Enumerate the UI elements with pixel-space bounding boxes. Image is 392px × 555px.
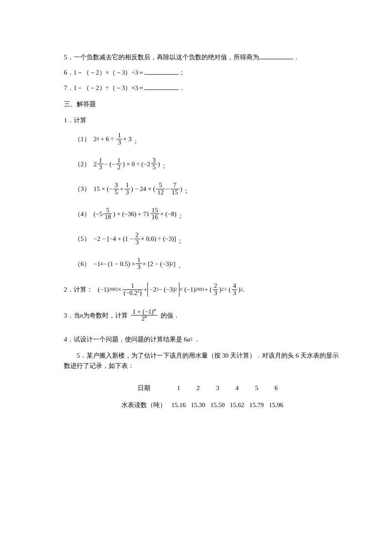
problem-2: 2．计算： (−1)2002 × 1(−0.22) + −22 − (−3)2 …: [64, 283, 341, 297]
table-cell: 15.79: [247, 396, 266, 413]
problem-5: 5．某户搬入新楼，为了估计一下该月的用水量（按 30 天计算）．对该月的头 6 …: [64, 350, 341, 371]
item-number: （6）: [74, 259, 90, 269]
q6-prefix: 6．1－（－2）×（－3）÷3＝: [64, 67, 144, 78]
q7-prefix: 7．1－（－2）÷（－3）×3＝: [64, 83, 144, 93]
p3-suffix: 的值．: [161, 310, 180, 321]
variable-a: a: [187, 334, 190, 344]
p3-prefix: 3．当: [64, 310, 80, 321]
problem-1-5: （5） −2 − [−4 + (1 − 23 × 0.6) ÷ (−3)] ；: [64, 232, 341, 246]
problem-1-4: （4） (−5518) × (−36) + 711516 × (−8) ；: [64, 207, 341, 221]
table-cell: 15.16: [169, 396, 188, 413]
table-cell: 6: [266, 379, 286, 396]
answer-blank[interactable]: [144, 68, 179, 75]
water-meter-table: 日期 1 2 3 4 5 6 水表读数（吨） 15.16 15.30 15.50…: [119, 379, 286, 413]
variable-n: n: [80, 310, 84, 321]
problem-1-6: （6） −14 − (1 − 0.5) × 13 × [2 − (−3)2] ．: [64, 257, 341, 271]
expression: −2 − [−4 + (1 − 23 × 0.6) ÷ (−3)]: [94, 232, 176, 246]
table-cell: 4: [228, 379, 247, 396]
problem-1-heading: 1．计算: [64, 115, 341, 125]
p4-suffix: ．: [194, 336, 200, 343]
question-5: 5．一个负数减去它的相反数后，再除以这个负数的绝对值，所得商为 ．: [64, 52, 341, 62]
item-number: （5）: [74, 234, 90, 244]
table-cell: 15.62: [228, 396, 247, 413]
document-page: 5．一个负数减去它的相反数后，再除以这个负数的绝对值，所得商为 ． 6．1－（－…: [0, 0, 392, 431]
expression: (−1)2002 × 1(−0.22) + −22 − (−3)2 × (−1)…: [98, 283, 245, 297]
section-3-heading: 三、解答题: [64, 99, 341, 109]
table-cell: 2: [188, 379, 208, 396]
q5-text: 5．一个负数减去它的相反数后，再除以这个负数的绝对值，所得商为: [64, 52, 259, 62]
p3-mid: 为奇数时，计算: [83, 310, 128, 321]
semicolon: ；: [177, 211, 184, 221]
item-number: （1）: [74, 134, 90, 144]
table-row: 水表读数（吨） 15.16 15.30 15.50 15.62 15.79 15…: [119, 396, 286, 413]
question-6: 6．1－（－2）×（－3）÷3＝ ；: [64, 67, 341, 78]
row-label-date: 日期: [119, 379, 169, 396]
row-label-reading: 水表读数（吨）: [119, 396, 169, 413]
table-cell: 5: [247, 379, 266, 396]
p4-prefix: 4．试设计一个问题，使问题的计算结果是: [64, 336, 182, 343]
semicolon: ；: [161, 161, 167, 171]
problem-1-1: （1） 24 + 6 ÷ 13 × 3 ；: [64, 132, 341, 146]
table-row: 日期 1 2 3 4 5 6: [119, 379, 286, 396]
item-number: （4）: [74, 209, 90, 219]
expression: 15 × (−35 + 13) − 24 × (512 − 715): [94, 182, 182, 196]
semicolon: ；: [133, 136, 139, 146]
question-7: 7．1－（－2）÷（－3）×3＝ ．: [64, 83, 341, 93]
p2-label: 2．计算：: [64, 284, 93, 295]
q6-suffix: ；: [179, 67, 185, 78]
answer-blank[interactable]: [144, 83, 179, 90]
expression: (−5518) × (−36) + 711516 × (−8): [94, 207, 177, 221]
table-cell: 1: [169, 379, 188, 396]
table-cell: 15.30: [188, 396, 208, 413]
q7-suffix: ．: [179, 83, 185, 93]
semicolon: ；: [183, 186, 190, 196]
semicolon: ；: [177, 236, 183, 246]
item-number: （3）: [74, 184, 90, 194]
problem-1-2: （2） 213 − (−12) × 0 ÷ (−235) ；: [64, 157, 341, 171]
table-cell: 15.50: [208, 396, 228, 413]
problem-3: 3．当 n 为奇数时，计算 1 + (−1)n 2n 的值．: [64, 309, 341, 323]
period: ．: [176, 260, 183, 271]
problem-1-3: （3） 15 × (−35 + 13) − 24 × (512 − 715) ；: [64, 182, 341, 196]
coef: 6: [184, 334, 187, 344]
table-cell: 15.96: [266, 396, 286, 413]
q5-period: ．: [293, 52, 300, 62]
expression: 213 − (−12) × 0 ÷ (−235): [94, 157, 160, 171]
problem-4: 4．试设计一个问题，使问题的计算结果是 6a2 ．: [64, 334, 341, 344]
expression: −14 − (1 − 0.5) × 13 × [2 − (−3)2]: [94, 257, 176, 271]
answer-blank[interactable]: [259, 52, 293, 59]
expression: 6a2: [184, 334, 192, 344]
expression: 24 + 6 ÷ 13 × 3: [94, 132, 132, 146]
expression: 1 + (−1)n 2n: [131, 309, 157, 323]
item-number: （2）: [74, 159, 90, 169]
table-cell: 3: [208, 379, 228, 396]
